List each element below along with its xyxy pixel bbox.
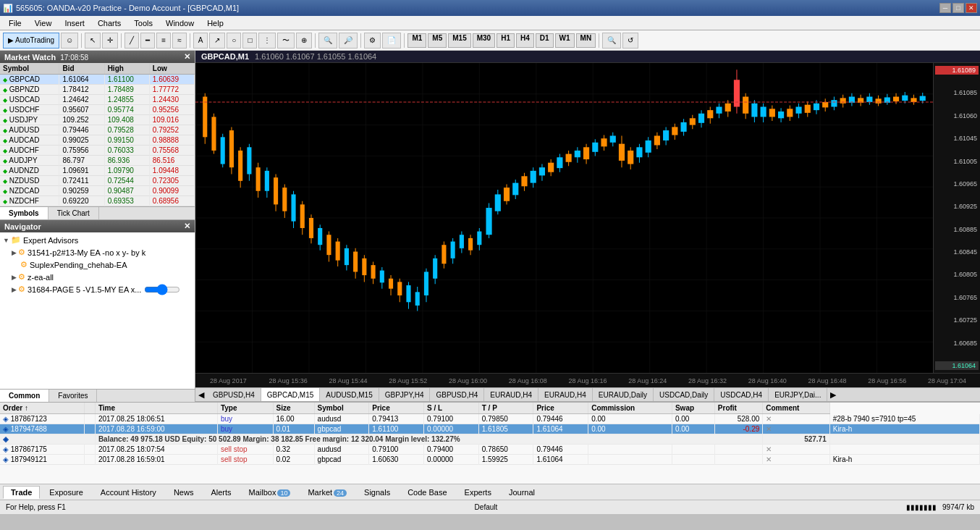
market-watch-row[interactable]: ◆ AUDNZD 1.09691 1.09790 1.09448 xyxy=(0,166,195,176)
text-btn[interactable]: A xyxy=(193,33,208,49)
bottom-tab-signals[interactable]: Signals xyxy=(356,486,398,499)
fib-btn[interactable]: ⋮ xyxy=(258,33,276,49)
nav-item-ea-folder[interactable]: ▼ 📁 Expert Advisors xyxy=(1,234,193,246)
nav-item-ea2[interactable]: ▶ ⚙ z-ea-all xyxy=(10,271,193,283)
menu-insert[interactable]: Insert xyxy=(59,17,90,29)
tf-m5[interactable]: M5 xyxy=(428,33,447,48)
mw-tab-tick[interactable]: Tick Chart xyxy=(48,207,99,219)
bottom-tab-experts[interactable]: Experts xyxy=(457,486,499,499)
nav-item-ea3[interactable]: ▶ ⚙ 31684-PAGE 5 -V1.5-MY EA x... xyxy=(10,283,193,295)
market-watch-row[interactable]: ◆ GBPNZD 1.78412 1.78489 1.77772 xyxy=(0,85,195,95)
order-cell-close[interactable]: ✕ xyxy=(763,424,829,434)
navigator-close[interactable]: ✕ xyxy=(184,222,190,231)
market-watch-row[interactable]: ◆ AUDCHF 0.75956 0.76033 0.75568 xyxy=(0,146,195,156)
rect-btn[interactable]: □ xyxy=(242,33,257,49)
gann-btn[interactable]: ⊕ xyxy=(296,33,312,49)
bottom-tab-alerts[interactable]: Alerts xyxy=(203,486,239,499)
chart-tabs-right[interactable]: ▶ xyxy=(827,390,839,400)
chart-tabs-left[interactable]: ◀ xyxy=(195,390,207,400)
order-cell-close[interactable]: ✕ xyxy=(763,455,829,465)
order-row[interactable]: ◈ 187867175 2017.08.25 18:07:54 sell sto… xyxy=(0,445,980,455)
order-row[interactable]: ◈ Balance: 49 975.18 USD Equity: 50 502.… xyxy=(0,434,980,445)
chart-tab-4[interactable]: GBPUSD,H4 xyxy=(430,387,484,402)
zoomin-btn[interactable]: 🔍 xyxy=(318,33,337,49)
tf-m15[interactable]: M15 xyxy=(448,33,470,48)
refresh-btn[interactable]: ↺ xyxy=(622,33,638,49)
bottom-tab-account-history[interactable]: Account History xyxy=(93,486,164,499)
menu-window[interactable]: Window xyxy=(160,17,200,29)
close-order-icon[interactable]: ✕ xyxy=(766,455,772,463)
tf-d1[interactable]: D1 xyxy=(536,33,554,48)
close-order-icon[interactable]: ✕ xyxy=(766,415,772,423)
autotrading-button[interactable]: ▶ AutoTrading xyxy=(3,33,59,49)
search-btn[interactable]: 🔍 xyxy=(602,33,621,49)
menu-charts[interactable]: Charts xyxy=(92,17,127,29)
nav-scroll-bar[interactable] xyxy=(144,287,180,293)
market-watch-row[interactable]: ◆ AUDCAD 0.99025 0.99150 0.98888 xyxy=(0,135,195,146)
zoomout-btn[interactable]: 🔎 xyxy=(339,33,358,49)
tool4[interactable]: ≈ xyxy=(172,33,187,49)
order-row[interactable]: ◈ 187949121 2017.08.28 16:59:01 sell sto… xyxy=(0,455,980,465)
order-cell-close[interactable]: ✕ xyxy=(763,414,829,424)
chart-props[interactable]: ⚙ xyxy=(364,33,381,49)
nav-item-ea-sub[interactable]: ⚙ SuplexPending_chehab-EA xyxy=(19,258,193,271)
market-watch-row[interactable]: ◆ USDJPY 109.252 109.408 109.016 xyxy=(0,115,195,125)
bottom-tab-news[interactable]: News xyxy=(166,486,202,499)
market-watch-row[interactable]: ◆ NZDCAD 0.90259 0.90487 0.90099 xyxy=(0,186,195,196)
market-watch-row[interactable]: ◆ USDCAD 1.24642 1.24855 1.24430 xyxy=(0,95,195,105)
mw-tab-symbols[interactable]: Symbols xyxy=(0,207,48,219)
chart-tab-1[interactable]: GBPCAD,M15 xyxy=(261,387,320,402)
market-watch-row[interactable]: ◆ NZDUSD 0.72411 0.72544 0.72305 xyxy=(0,176,195,186)
tf-m30[interactable]: M30 xyxy=(473,33,495,48)
crosshair-btn[interactable]: ✛ xyxy=(102,33,118,49)
order-cell-close[interactable]: ✕ xyxy=(763,445,829,455)
market-watch-close[interactable]: ✕ xyxy=(184,52,190,62)
close-button[interactable]: ✕ xyxy=(966,3,977,13)
market-watch-list[interactable]: Symbol Bid High Low ◆ GBPCAD 1.61064 1.6… xyxy=(0,63,195,206)
menu-tools[interactable]: Tools xyxy=(128,17,159,29)
cursor-btn[interactable]: ↖ xyxy=(85,33,101,49)
bottom-tab-market[interactable]: Market24 xyxy=(300,486,355,499)
bottom-tab-code-base[interactable]: Code Base xyxy=(400,486,455,499)
maximize-button[interactable]: □ xyxy=(952,3,964,13)
ellipse-btn[interactable]: ○ xyxy=(227,33,241,49)
chart-tab-9[interactable]: USDCAD,H4 xyxy=(714,387,769,402)
bottom-tab-mailbox[interactable]: Mailbox10 xyxy=(241,486,299,499)
chart-tab-0[interactable]: GBPUSD,H4 xyxy=(207,387,261,402)
market-watch-row[interactable]: ◆ NZDCHF 0.69220 0.69353 0.68956 xyxy=(0,196,195,206)
bottom-tab-journal[interactable]: Journal xyxy=(501,486,543,499)
market-watch-row[interactable]: ◆ GBPCAD 1.61064 1.61100 1.60639 xyxy=(0,75,195,85)
tf-mn[interactable]: MN xyxy=(576,33,596,48)
nav-tab-favorites[interactable]: Favorites xyxy=(49,390,97,402)
chart-tab-3[interactable]: GBPJPY,H4 xyxy=(379,387,431,402)
bottom-tab-trade[interactable]: Trade xyxy=(3,486,40,499)
tool3[interactable]: ≡ xyxy=(156,33,171,49)
chart-tab-6[interactable]: EURAUD,H4 xyxy=(538,387,593,402)
menu-view[interactable]: View xyxy=(29,17,58,29)
close-order-icon[interactable]: ✕ xyxy=(766,445,772,453)
minimize-button[interactable]: ─ xyxy=(939,3,951,13)
arrow-btn[interactable]: ↗ xyxy=(209,33,225,49)
tf-w1[interactable]: W1 xyxy=(555,33,575,48)
market-watch-row[interactable]: ◆ USDCHF 0.95607 0.95774 0.95256 xyxy=(0,105,195,115)
line-btn[interactable]: ╱ xyxy=(124,33,139,49)
chart-tab-8[interactable]: USDCAD,Daily xyxy=(654,387,714,402)
close-order-icon[interactable]: ✕ xyxy=(766,425,772,433)
wave-btn[interactable]: 〜 xyxy=(277,33,295,49)
order-row[interactable]: ◈ 187867123 2017.08.25 18:06:51 buy 16.0… xyxy=(0,414,980,424)
bottom-tab-exposure[interactable]: Exposure xyxy=(41,486,90,499)
nav-tab-common[interactable]: Common xyxy=(0,390,49,402)
chart-tab-7[interactable]: EURAUD,Daily xyxy=(593,387,654,402)
tf-h4[interactable]: H4 xyxy=(516,33,534,48)
tf-m1[interactable]: M1 xyxy=(407,33,426,48)
menu-file[interactable]: File xyxy=(3,17,28,29)
market-watch-row[interactable]: ◆ AUDUSD 0.79446 0.79528 0.79252 xyxy=(0,125,195,135)
nav-item-ea1[interactable]: ▶ ⚙ 31541-p2#13-My EA -no x y- by k xyxy=(10,246,193,258)
hline-btn[interactable]: ━ xyxy=(140,33,155,49)
chart-tab-2[interactable]: AUDUSD,M15 xyxy=(320,387,379,402)
orders-table-wrapper[interactable]: Order ↑ Time Type Size Symbol Price S / … xyxy=(0,403,980,484)
chart-tab-5[interactable]: EURAUD,H4 xyxy=(484,387,538,402)
market-watch-row[interactable]: ◆ AUDJPY 86.797 86.936 86.516 xyxy=(0,156,195,166)
order-row[interactable]: ◈ 187947488 2017.08.28 16:59:00 buy 0.01… xyxy=(0,424,980,434)
chart-canvas[interactable] xyxy=(195,63,933,373)
